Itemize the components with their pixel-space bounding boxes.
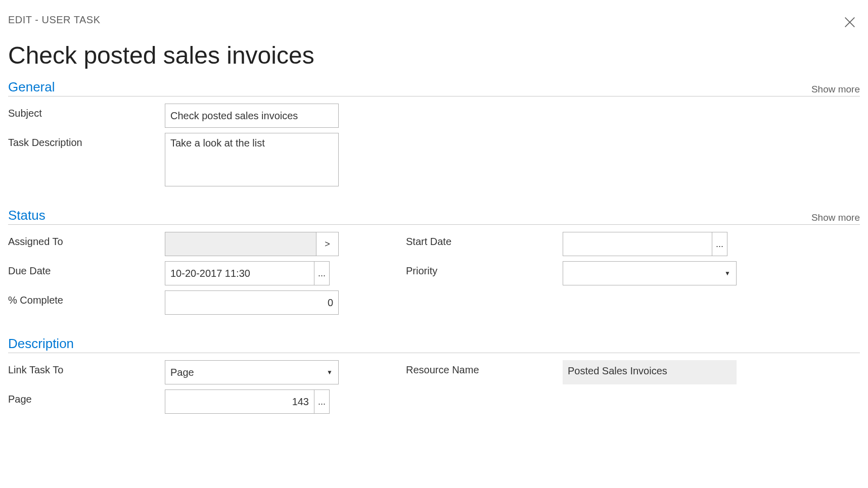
label-resource-name: Resource Name (406, 360, 563, 376)
start-date-input[interactable] (563, 232, 712, 256)
start-date-picker-button[interactable]: ... (712, 232, 727, 256)
priority-select[interactable] (563, 261, 737, 285)
link-task-to-select[interactable]: Page (165, 360, 339, 384)
label-task-description: Task Description (8, 133, 165, 149)
pct-complete-input[interactable] (165, 290, 339, 315)
section-status: Status Show more Assigned To > Due Date … (8, 208, 860, 320)
section-title-status[interactable]: Status (8, 208, 45, 223)
task-description-input[interactable]: Take a look at the list (165, 133, 339, 186)
assigned-to-input[interactable] (165, 232, 316, 256)
label-priority: Priority (406, 261, 563, 277)
page-title: Check posted sales invoices (8, 41, 860, 69)
label-assigned-to: Assigned To (8, 232, 165, 248)
section-general: General Show more Subject Task Descripti… (8, 79, 860, 191)
section-title-description[interactable]: Description (8, 336, 74, 352)
close-button[interactable] (840, 12, 860, 32)
due-date-picker-button[interactable]: ... (314, 261, 330, 285)
label-link-task-to: Link Task To (8, 360, 165, 376)
label-subject: Subject (8, 104, 165, 119)
show-more-status[interactable]: Show more (811, 212, 860, 223)
show-more-general[interactable]: Show more (811, 84, 860, 95)
assigned-to-lookup-button[interactable]: > (316, 232, 339, 256)
label-pct-complete: % Complete (8, 290, 165, 306)
page-input[interactable] (165, 389, 314, 414)
due-date-input[interactable] (165, 261, 314, 285)
label-page: Page (8, 389, 165, 405)
close-icon (843, 15, 857, 29)
resource-name-display: Posted Sales Invoices (563, 360, 737, 384)
subject-input[interactable] (165, 104, 339, 128)
breadcrumb: EDIT - USER TASK (8, 14, 100, 26)
page-lookup-button[interactable]: ... (314, 389, 330, 414)
label-due-date: Due Date (8, 261, 165, 277)
section-title-general[interactable]: General (8, 79, 55, 95)
section-description: Description Link Task To Page ▼ Page (8, 336, 860, 419)
label-start-date: Start Date (406, 232, 563, 248)
